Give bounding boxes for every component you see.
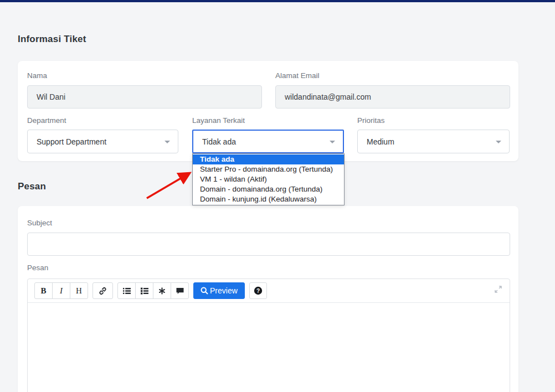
email-field[interactable] bbox=[275, 85, 510, 109]
related-service-selected-value: Tidak ada bbox=[202, 137, 236, 146]
dropdown-option[interactable]: VM 1 - wildan (Aktif) bbox=[193, 174, 344, 184]
comment-icon bbox=[176, 287, 184, 295]
comment-button[interactable] bbox=[171, 282, 189, 299]
help-button[interactable]: ? bbox=[249, 282, 267, 299]
asterisk-button[interactable] bbox=[153, 282, 171, 299]
fullscreen-button[interactable] bbox=[494, 285, 503, 294]
unordered-list-button[interactable] bbox=[117, 282, 136, 299]
message-body-input[interactable] bbox=[28, 303, 510, 391]
related-service-dropdown: Tidak ada Starter Pro - domainanda.org (… bbox=[192, 153, 345, 205]
top-accent-bar bbox=[0, 0, 555, 2]
format-button-group: B I H bbox=[34, 282, 88, 299]
preview-button[interactable]: Preview bbox=[193, 282, 245, 299]
list-icon bbox=[141, 287, 148, 295]
svg-text:?: ? bbox=[256, 288, 260, 294]
name-label: Nama bbox=[27, 71, 47, 80]
link-icon bbox=[99, 287, 107, 295]
priority-selected-value: Medium bbox=[367, 137, 394, 146]
subject-label: Subject bbox=[27, 219, 52, 227]
ordered-list-button[interactable] bbox=[135, 282, 153, 299]
chevron-down-icon bbox=[330, 141, 335, 143]
message-editor: B I H bbox=[27, 278, 510, 392]
list-button-group bbox=[117, 282, 189, 299]
email-label: Alamat Email bbox=[275, 71, 320, 80]
preview-button-label: Preview bbox=[210, 286, 238, 295]
department-selected-value: Support Department bbox=[37, 137, 106, 146]
message-card: Subject Pesan B I H bbox=[18, 206, 518, 392]
ticket-info-title: Informasi Tiket bbox=[18, 34, 86, 45]
link-button[interactable] bbox=[92, 282, 113, 299]
department-select[interactable]: Support Department bbox=[27, 130, 178, 153]
annotation-arrow bbox=[141, 165, 197, 205]
expand-arrows-icon bbox=[494, 285, 503, 294]
ticket-info-card: Nama Alamat Email Department Support Dep… bbox=[18, 61, 518, 161]
related-service-select[interactable]: Tidak ada bbox=[192, 130, 344, 153]
question-circle-icon: ? bbox=[254, 286, 263, 295]
asterisk-icon bbox=[158, 287, 166, 295]
search-icon bbox=[201, 287, 208, 295]
message-title: Pesan bbox=[18, 181, 46, 192]
name-field[interactable] bbox=[27, 85, 262, 109]
chevron-down-icon bbox=[165, 141, 170, 143]
dropdown-option[interactable]: Tidak ada bbox=[193, 154, 344, 164]
bold-button[interactable]: B bbox=[34, 282, 53, 299]
italic-button[interactable]: I bbox=[52, 282, 70, 299]
dropdown-option[interactable]: Domain - kunjung.id (Kedaluwarsa) bbox=[193, 194, 344, 204]
related-service-label: Layanan Terkait bbox=[192, 116, 245, 125]
dropdown-option[interactable]: Starter Pro - domainanda.org (Tertunda) bbox=[193, 164, 344, 174]
editor-toolbar: B I H bbox=[28, 279, 510, 303]
heading-button[interactable]: H bbox=[70, 282, 88, 299]
priority-select[interactable]: Medium bbox=[357, 130, 510, 153]
dropdown-option[interactable]: Domain - domainanda.org (Tertunda) bbox=[193, 184, 344, 194]
chevron-down-icon bbox=[496, 141, 501, 143]
subject-input[interactable] bbox=[27, 233, 510, 256]
priority-label: Prioritas bbox=[357, 116, 385, 125]
list-ul-icon bbox=[123, 287, 131, 295]
department-label: Department bbox=[27, 116, 66, 125]
message-body-label: Pesan bbox=[27, 264, 48, 272]
